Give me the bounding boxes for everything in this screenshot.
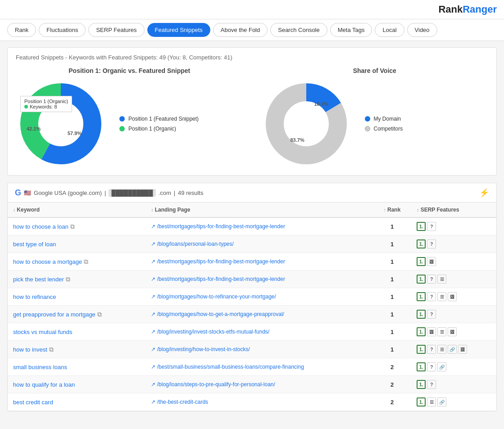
nav-tab-fluctuations[interactable]: Fluctuations <box>39 23 86 37</box>
legend-label-competitors: Competitors <box>374 126 403 132</box>
results-info: G 🇺🇸 Google USA (google.com) | █████████… <box>15 188 203 198</box>
keywords-table: ↕ Keyword ↕ Landing Page ↑ Rank ↕ SERP F… <box>8 203 496 411</box>
legend-label-featured: Position 1 (Featured Snippet) <box>128 116 199 122</box>
table-row: how to choose a mortgage⧉ ↗ /best/mortga… <box>8 253 496 271</box>
keyword-cell[interactable]: pick the best lender⧉ <box>8 271 145 288</box>
table-row: best type of loan ↗ /blog/loans/personal… <box>8 235 496 253</box>
th-keyword[interactable]: ↕ Keyword <box>8 203 145 217</box>
nav-tab-above-the-fold[interactable]: Above the Fold <box>213 23 268 37</box>
rank-cell: 1 <box>373 217 412 235</box>
landing-page-cell[interactable]: ↗ /blog/mortgages/how-to-refinance-your-… <box>145 288 372 306</box>
keyword-cell[interactable]: best credit card <box>8 393 145 411</box>
rank-cell: 2 <box>373 393 412 411</box>
table-row: how to qualify for a loan ↗ /blog/loans/… <box>8 376 496 393</box>
nav-tab-rank[interactable]: Rank <box>7 23 36 37</box>
flag-icon: 🇺🇸 <box>24 190 31 196</box>
rank-cell: 1 <box>373 253 412 271</box>
feature-icon-question-gray: ? <box>427 239 436 248</box>
nav-tab-meta-tags[interactable]: Meta Tags <box>330 23 372 37</box>
feature-icon-link: 🔗 <box>437 362 446 371</box>
rank-cell: 1 <box>373 323 412 341</box>
table-row: best credit card ↗ /the-best-credit-card… <box>8 393 496 411</box>
keyword-cell[interactable]: stocks vs mutual funds <box>8 323 145 341</box>
serp-features-cell: 1.? <box>411 235 496 253</box>
table-header-row: ↕ Keyword ↕ Landing Page ↑ Rank ↕ SERP F… <box>8 203 496 217</box>
serp-features-cell: 1.☰🔗 <box>411 393 496 411</box>
nav-tab-local[interactable]: Local <box>375 23 404 37</box>
feature-icon-featured: 1. <box>417 275 426 284</box>
th-landing-page[interactable]: ↕ Landing Page <box>145 203 372 217</box>
keyword-cell[interactable]: how to choose a loan⧉ <box>8 217 145 235</box>
copy-icon[interactable]: ⧉ <box>70 223 75 230</box>
donut2-legend: My Domain Competitors <box>365 116 403 132</box>
chart2-title: Share of Voice <box>261 67 489 74</box>
table-container: ↕ Keyword ↕ Landing Page ↑ Rank ↕ SERP F… <box>7 202 497 411</box>
feature-icon-featured: 1. <box>417 397 426 406</box>
landing-page-cell[interactable]: ↗ /blog/investing/how-to-invest-in-stock… <box>145 341 372 358</box>
legend-label-organic: Position 1 (Organic) <box>128 126 176 132</box>
keyword-cell[interactable]: how to refinance <box>8 288 145 306</box>
feature-icon-list: ☰ <box>427 397 436 406</box>
landing-page-cell[interactable]: ↗ /the-best-credit-cards <box>145 393 372 411</box>
table-row: small business loans ↗ /best/small-busin… <box>8 358 496 376</box>
legend-label-mydomain: My Domain <box>374 116 401 122</box>
filter-icon[interactable]: ⚡ <box>479 188 489 198</box>
feature-icon-image: 🖼 <box>427 257 436 266</box>
serp-features-cell: 1.?☰🔗🖼 <box>411 341 496 358</box>
th-serp-features[interactable]: ↕ SERP Features <box>411 203 496 217</box>
chart-section-2: Share of Voice 16.3% 83.7% <box>261 67 489 169</box>
brand-ranger: Ranger <box>463 4 497 15</box>
donut-wrapper-2: 16.3% 83.7% <box>261 79 351 169</box>
donut-chart-2 <box>261 79 351 169</box>
landing-page-cell[interactable]: ↗ /best/small-business/small-business-lo… <box>145 358 372 376</box>
nav-tab-search-console[interactable]: Search Console <box>270 23 327 37</box>
table-row: get preapproved for a mortgage⧉ ↗ /blog/… <box>8 306 496 323</box>
landing-page-cell[interactable]: ↗ /best/mortgages/tips-for-finding-best-… <box>145 253 372 271</box>
landing-page-cell[interactable]: ↗ /blog/mortgages/how-to-get-a-mortgage-… <box>145 306 372 323</box>
feature-icon-image: 🖼 <box>427 327 436 336</box>
keyword-cell[interactable]: get preapproved for a mortgage⧉ <box>8 306 145 323</box>
featured-pct-label: 57.9% <box>68 131 82 136</box>
landing-page-cell[interactable]: ↗ /best/mortgages/tips-for-finding-best-… <box>145 271 372 288</box>
nav-tab-video[interactable]: Video <box>407 23 437 37</box>
nav-tab-featured-snippets[interactable]: Featured Snippets <box>147 23 210 37</box>
keyword-cell[interactable]: small business loans <box>8 358 145 376</box>
feature-icon-image: 🖼 <box>458 345 467 354</box>
landing-page-cell[interactable]: ↗ /blog/investing/invest-stocks-etfs-mut… <box>145 323 372 341</box>
donut1-legend: Position 1 (Featured Snippet) Position 1… <box>119 116 199 132</box>
tooltip-label: Position 1 (Organic) <box>24 99 68 104</box>
mydomain-pct-label: 16.3% <box>314 101 328 107</box>
keyword-cell[interactable]: how to invest⧉ <box>8 341 145 358</box>
keyword-cell[interactable]: how to choose a mortgage⧉ <box>8 253 145 271</box>
copy-icon[interactable]: ⧉ <box>66 275 70 283</box>
donut-wrapper-1: Position 1 (Organic) Keywords: 8 <box>16 79 106 169</box>
brand-rank: Rank <box>438 4 463 15</box>
chart-section-1: Position 1: Organic vs. Featured Snippet… <box>16 67 243 169</box>
copy-icon[interactable]: ⧉ <box>49 346 54 353</box>
serp-features-cell: 1.🖼 <box>411 253 496 271</box>
serp-features-cell: 1.? <box>411 306 496 323</box>
th-rank[interactable]: ↑ Rank <box>373 203 412 217</box>
dot-com: .com <box>159 190 171 196</box>
tooltip-keywords: Keywords: 8 <box>24 104 68 109</box>
feature-icon-featured: 1. <box>417 327 426 336</box>
serp-features-cell: 1.?☰ <box>411 271 496 288</box>
main-content: Featured Snippets - Keywords with Featur… <box>0 41 504 418</box>
copy-icon[interactable]: ⧉ <box>97 311 102 318</box>
feature-icon-question: ? <box>427 345 436 354</box>
copy-icon[interactable]: ⧉ <box>84 258 88 265</box>
serp-features-cell: 1.? <box>411 376 496 393</box>
donut-chart-1 <box>16 79 106 169</box>
feature-icon-link: 🔗 <box>448 345 457 354</box>
serp-features-cell: 1.?☰🖼 <box>411 288 496 306</box>
nav-tab-serp-features[interactable]: SERP Features <box>88 23 144 37</box>
landing-page-cell[interactable]: ↗ /best/mortgages/tips-for-finding-best-… <box>145 217 372 235</box>
rank-cell: 1 <box>373 271 412 288</box>
keyword-cell[interactable]: how to qualify for a loan <box>8 376 145 393</box>
keyword-cell[interactable]: best type of loan <box>8 235 145 253</box>
feature-icon-featured: 1. <box>417 239 426 248</box>
landing-page-cell[interactable]: ↗ /blog/loans/steps-to-pre-qualify-for-p… <box>145 376 372 393</box>
landing-page-cell[interactable]: ↗ /blog/loans/personal-loan-types/ <box>145 235 372 253</box>
legend-dot-featured <box>119 116 125 122</box>
serp-features-cell: 1.?🔗 <box>411 358 496 376</box>
